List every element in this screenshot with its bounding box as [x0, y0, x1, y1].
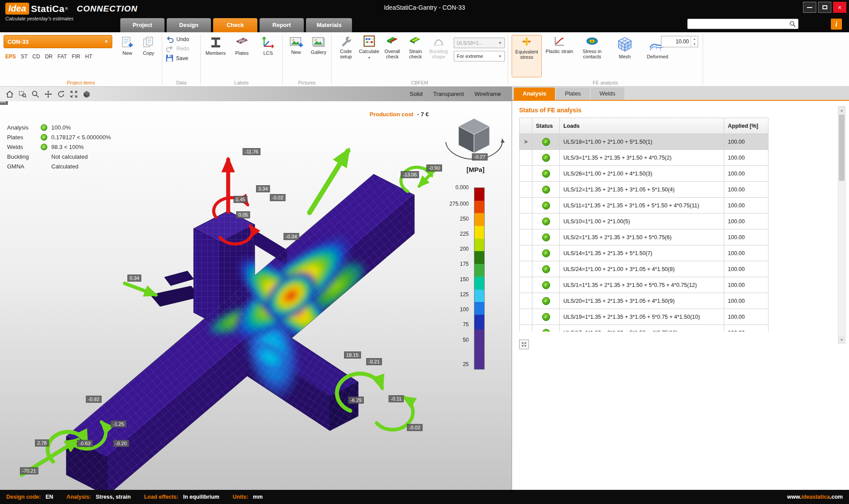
- status-ok-icon: ✓: [542, 313, 550, 321]
- analysis-mode-toggle[interactable]: ST: [21, 53, 27, 60]
- render-mode-button[interactable]: Wireframe: [474, 91, 501, 97]
- pan-button[interactable]: [42, 88, 54, 100]
- stress-in-contacts-icon: [586, 35, 598, 47]
- rotate-view-button[interactable]: [55, 88, 67, 100]
- copy-item-button[interactable]: Copy: [138, 35, 159, 77]
- analysis-mode-toggle[interactable]: EPS: [5, 53, 16, 60]
- equivalent-stress-toggle[interactable]: Equivalent stress: [512, 35, 542, 77]
- load-case-row[interactable]: ✓ ULS/26=1*1.00 + 2*1.00 + 4*1.50(3) 100…: [519, 166, 769, 182]
- close-button[interactable]: ×: [833, 2, 846, 13]
- calculate-dropdown-icon[interactable]: ▼: [367, 55, 371, 61]
- load-case-row[interactable]: ✓ ULS/3=1*1.35 + 2*1.35 + 3*1.50 + 4*0.7…: [519, 150, 769, 166]
- load-case-row[interactable]: ✓ ULS/12=1*1.35 + 2*1.35 + 3*1.05 + 5*1.…: [519, 182, 769, 198]
- check-value: 100.0%: [51, 124, 111, 131]
- undo-icon: [166, 36, 174, 43]
- ribbon-tab[interactable]: Design: [167, 18, 211, 32]
- code-setup-button[interactable]: Code setup: [335, 35, 356, 77]
- loads-column-header[interactable]: Loads: [560, 118, 724, 134]
- results-tab[interactable]: Plates: [556, 88, 589, 100]
- viewport-canvas[interactable]: Analysis ✓ 100.0% Plates ✓ 0.178127 < 5.…: [0, 101, 512, 490]
- save-button[interactable]: Save: [166, 54, 198, 62]
- plastic-strain-toggle[interactable]: Plastic strain: [544, 35, 574, 77]
- load-case-row[interactable]: ✓ ULS/11=1*1.35 + 2*1.35 + 3*1.05 + 5*1.…: [519, 198, 769, 214]
- analysis-mode-toggle[interactable]: CD: [32, 53, 40, 60]
- load-case-row[interactable]: ✓ ULS/10=1*1.00 + 2*1.00(5) 100.00: [519, 214, 769, 229]
- website-prefix: www.: [787, 494, 801, 500]
- scroll-down-icon[interactable]: ▼: [838, 336, 845, 343]
- zoom-window-button[interactable]: [16, 88, 28, 100]
- status-ok-icon: ✓: [542, 329, 550, 332]
- new-item-button[interactable]: New: [117, 35, 138, 77]
- results-tab[interactable]: Analysis: [514, 88, 555, 100]
- search-input[interactable]: [690, 19, 789, 28]
- row-expander-icon[interactable]: >: [524, 138, 528, 145]
- load-case-row[interactable]: ✓ ULS/2=1*1.35 + 2*1.35 + 3*1.50 + 5*0.7…: [519, 229, 769, 245]
- search-box: [687, 19, 799, 29]
- zoom-button[interactable]: [29, 88, 41, 100]
- load-case-row[interactable]: ✓ ULS/14=1*1.35 + 2*1.35 + 5*1.50(7) 100…: [519, 245, 769, 261]
- load-case-row[interactable]: ✓ ULS/20=1*1.35 + 2*1.35 + 3*1.05 + 4*1.…: [519, 293, 769, 309]
- mesh-toggle[interactable]: Mesh: [610, 35, 640, 77]
- results-tab[interactable]: Welds: [591, 88, 624, 100]
- ribbon-tab[interactable]: Materials: [306, 18, 352, 32]
- info-button[interactable]: i: [831, 19, 842, 30]
- ribbon-tab[interactable]: Report: [260, 18, 304, 32]
- scroll-track[interactable]: [838, 114, 845, 336]
- load-combination-cell: ULS/10=1*1.00 + 2*1.00(5): [560, 214, 724, 229]
- redo-button[interactable]: Redo: [166, 45, 198, 52]
- isometric-view-button[interactable]: [80, 88, 92, 100]
- overall-check-button[interactable]: Overall check: [382, 35, 403, 77]
- maximize-button[interactable]: [818, 2, 831, 13]
- load-combination-dropdown[interactable]: ULS/18=1... ▼: [454, 38, 505, 48]
- navigation-cube[interactable]: [446, 118, 502, 159]
- labels-members-toggle[interactable]: Members: [204, 36, 227, 77]
- deformation-scale-spinner[interactable]: 10.00 ▲ ▼: [661, 36, 698, 47]
- extreme-filter-dropdown[interactable]: For extreme ▼: [454, 51, 505, 61]
- search-icon[interactable]: [789, 21, 796, 27]
- website-link[interactable]: www.ideastatica.com: [787, 494, 843, 500]
- gallery-button[interactable]: Gallery: [309, 36, 329, 77]
- labels-plates-toggle[interactable]: Plates: [230, 36, 253, 77]
- render-mode-button[interactable]: Transparent: [433, 91, 464, 97]
- ribbon-tab[interactable]: Project: [120, 18, 164, 32]
- strain-check-button[interactable]: Strain check: [405, 35, 426, 77]
- analysis-mode-toggle[interactable]: FIR: [72, 53, 80, 60]
- undo-button[interactable]: Undo: [166, 36, 198, 43]
- buckling-shape-button[interactable]: Buckling shape: [428, 35, 449, 77]
- ribbon-tab[interactable]: Check: [213, 18, 257, 32]
- calculate-button[interactable]: Calculate ▼: [358, 35, 379, 77]
- zoom-fit-button[interactable]: [68, 88, 80, 100]
- render-mode-switch: SolidTransparentWireframe: [410, 91, 501, 97]
- picture-new-button[interactable]: New: [286, 36, 306, 77]
- labels-lcs-toggle[interactable]: LCS: [257, 36, 279, 77]
- scroll-thumb[interactable]: [839, 115, 845, 181]
- load-case-row[interactable]: > ✓ ULS/18=1*1.00 + 2*1.00 + 5*1.50(1) 1…: [519, 134, 769, 150]
- new-document-icon: [122, 37, 133, 49]
- check-value: 0.178127 < 5.000000%: [51, 134, 111, 141]
- check-status-row: GMNA Calculated: [7, 161, 111, 171]
- spin-down-icon[interactable]: ▼: [691, 42, 698, 47]
- analysis-mode-toggle[interactable]: FAT: [57, 53, 67, 60]
- render-mode-button[interactable]: Solid: [410, 91, 423, 97]
- applied-column-header[interactable]: Applied [%]: [724, 118, 769, 134]
- load-case-row[interactable]: ✓ ULS/17=1*1.00 + 2*1.00 + 5*1.50 + 4*0.…: [519, 325, 769, 332]
- app-window: Idea StatiCa ® CONNECTION Calculate yest…: [0, 0, 849, 504]
- scroll-up-icon[interactable]: ▲: [838, 107, 845, 114]
- load-case-row[interactable]: ✓ ULS/19=1*1.35 + 2*1.35 + 3*1.05 + 5*0.…: [519, 309, 769, 325]
- expand-panel-button[interactable]: [519, 340, 529, 349]
- analysis-mode-toggle[interactable]: DR: [45, 53, 53, 60]
- spin-up-icon[interactable]: ▲: [691, 36, 698, 42]
- table-scrollbar[interactable]: ▲ ▼: [838, 106, 845, 344]
- load-case-row[interactable]: ✓ ULS/1=1*1.35 + 2*1.35 + 3*1.50 + 5*0.7…: [519, 277, 769, 293]
- minimize-button[interactable]: [803, 2, 816, 13]
- home-view-button[interactable]: [4, 88, 15, 100]
- load-case-row[interactable]: ✓ ULS/24=1*1.00 + 2*1.00 + 3*1.05 + 4*1.…: [519, 261, 769, 277]
- status-column-header[interactable]: Status: [532, 118, 560, 134]
- stress-in-contacts-toggle[interactable]: Stress in contacts: [577, 35, 607, 77]
- analysis-mode-toggle[interactable]: HT: [85, 53, 92, 60]
- mesh-icon: [616, 35, 634, 53]
- colorbar-tick: 150: [460, 276, 469, 283]
- chevron-down-icon: ▼: [498, 41, 502, 45]
- connection-selector[interactable]: CON-33 ▼: [4, 35, 112, 48]
- idea-logo: Idea: [5, 3, 29, 15]
